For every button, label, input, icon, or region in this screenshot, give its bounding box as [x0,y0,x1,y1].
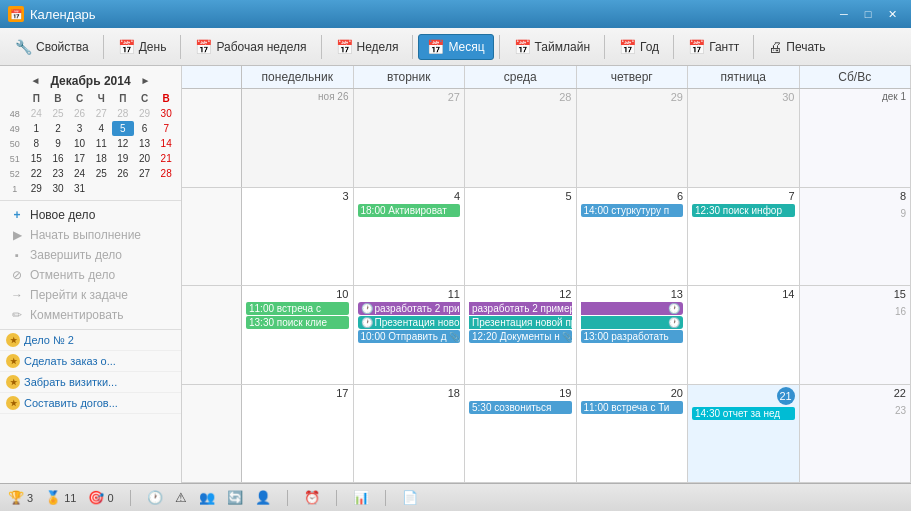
mini-cal-day[interactable]: 19 [112,151,134,166]
cal-day-cell[interactable]: 6 14:00 стуркутуру п [577,188,689,286]
cal-day-cell[interactable]: 17 [242,385,354,483]
mini-cal-day[interactable]: 22 [25,166,47,181]
new-task-action[interactable]: + Новое дело [6,205,175,225]
mini-cal-day[interactable]: 21 [155,151,177,166]
status-group[interactable]: 👥 [199,490,215,505]
mini-cal-day[interactable]: 29 [134,106,156,121]
mini-cal-day[interactable]: 9 [47,136,69,151]
mini-cal-day[interactable]: 10 [69,136,91,151]
event-bar[interactable]: 10:00 Отправить д 📎 [358,330,461,343]
cal-day-cell[interactable]: 20 11:00 встреча с Ти [577,385,689,483]
mini-cal-day[interactable]: 30 [47,181,69,196]
mini-cal-day[interactable]: 20 [134,151,156,166]
mini-cal-day[interactable]: 31 [69,181,91,196]
cal-day-cell[interactable]: 12 разработать 2 примера дизайна 🕐 Презе… [465,286,577,384]
next-month-button[interactable]: ► [137,73,155,88]
toolbar-gantt[interactable]: 📅 Гантт [679,34,748,60]
minimize-button[interactable]: ─ [833,4,855,24]
event-bar[interactable]: 11:00 встреча с Ти [581,401,684,414]
mini-cal-day[interactable]: 26 [112,166,134,181]
mini-cal-day[interactable] [155,181,177,196]
toolbar-properties[interactable]: 🔧 Свойства [6,34,98,60]
cal-day-cell[interactable]: 27 [354,89,466,187]
mini-cal-day[interactable]: 12 [112,136,134,151]
toolbar-month[interactable]: 📅 Месяц [418,34,493,60]
cal-day-cell[interactable]: 7 12:30 поиск инфор [688,188,800,286]
mini-cal-day[interactable]: 23 [47,166,69,181]
event-bar[interactable]: 13:00 разработать [581,330,684,343]
status-clock[interactable]: 🕐 [147,490,163,505]
status-doc[interactable]: 📄 [402,490,418,505]
list-item[interactable]: ★ Дело № 2 [0,330,181,351]
event-bar[interactable]: 5:30 созвониться [469,401,572,414]
cal-day-cell[interactable]: 30 [688,89,800,187]
event-bar[interactable]: 🕐Презентация новой продукции [358,316,461,329]
toolbar-work-week[interactable]: 📅 Рабочая неделя [186,34,315,60]
status-warning[interactable]: ⚠ [175,490,187,505]
prev-month-button[interactable]: ◄ [26,73,44,88]
toolbar-week[interactable]: 📅 Неделя [327,34,408,60]
mini-cal-day[interactable]: 28 [155,166,177,181]
toolbar-timeline[interactable]: 📅 Таймлайн [505,34,599,60]
status-grid[interactable]: 📊 [353,490,369,505]
mini-cal-day[interactable]: 18 [90,151,112,166]
list-item[interactable]: ★ Составить догов... [0,393,181,414]
event-bar[interactable]: 🕐 [581,316,684,329]
mini-cal-day[interactable] [112,181,134,196]
close-button[interactable]: ✕ [881,4,903,24]
event-bar[interactable]: Презентация новой продукции 🕐 [469,316,572,329]
cal-day-cell[interactable]: дек 1 [800,89,912,187]
event-bar[interactable]: 14:30 отчет за нед [692,407,795,420]
event-bar[interactable]: 12:20 Документы н 📎 [469,330,572,343]
status-sync[interactable]: 🔄 [227,490,243,505]
toolbar-print[interactable]: 🖨 Печать [759,34,834,60]
event-bar[interactable]: 12:30 поиск инфор [692,204,795,217]
mini-cal-day[interactable]: 26 [69,106,91,121]
cal-day-cell[interactable]: 5 [465,188,577,286]
mini-cal-day[interactable]: 24 [69,166,91,181]
mini-cal-day[interactable]: 24 [25,106,47,121]
mini-cal-day[interactable]: 30 [155,106,177,121]
event-bar[interactable]: 🕐 [581,302,684,315]
mini-cal-day[interactable]: 1 [25,121,47,136]
mini-cal-day[interactable]: 5 [112,121,134,136]
toolbar-year[interactable]: 📅 Год [610,34,668,60]
event-bar[interactable]: 18:00 Активироват [358,204,461,217]
mini-cal-day[interactable] [134,181,156,196]
mini-cal-day[interactable]: 16 [47,151,69,166]
cal-day-cell[interactable]: 13 🕐 🕐 13:00 разработать [577,286,689,384]
cal-day-today[interactable]: 21 14:30 отчет за нед [688,385,800,483]
mini-cal-day[interactable]: 11 [90,136,112,151]
cal-day-cell[interactable]: ноя 26 [242,89,354,187]
mini-cal-day[interactable]: 3 [69,121,91,136]
event-bar[interactable]: разработать 2 примера дизайна 🕐 [469,302,572,315]
mini-cal-day[interactable]: 27 [134,166,156,181]
cal-day-cell[interactable]: 4 18:00 Активироват [354,188,466,286]
cal-day-cell[interactable]: 28 [465,89,577,187]
status-user[interactable]: 👤 [255,490,271,505]
list-item[interactable]: ★ Сделать заказ о... [0,351,181,372]
mini-cal-day[interactable]: 25 [90,166,112,181]
list-item[interactable]: ★ Забрать визитки... [0,372,181,393]
task-list[interactable]: ★ Дело № 2 ★ Сделать заказ о... ★ Забрат… [0,329,181,483]
mini-cal-day[interactable]: 6 [134,121,156,136]
mini-cal-day[interactable]: 4 [90,121,112,136]
cal-day-cell[interactable]: 11 🕐разработать 2 примера дизайна 🕐Презе… [354,286,466,384]
event-bar[interactable]: 13:30 поиск клие [246,316,349,329]
mini-cal-day[interactable]: 7 [155,121,177,136]
mini-cal-day[interactable]: 2 [47,121,69,136]
mini-cal-day[interactable]: 28 [112,106,134,121]
mini-cal-day[interactable]: 29 [25,181,47,196]
event-bar[interactable]: 14:00 стуркутуру п [581,204,684,217]
cal-day-cell[interactable]: 8 9 [800,188,912,286]
mini-cal-day[interactable]: 8 [25,136,47,151]
cal-day-cell[interactable]: 10 11:00 встреча с 13:30 поиск клие [242,286,354,384]
mini-cal-day[interactable]: 13 [134,136,156,151]
cal-day-cell[interactable]: 22 23 [800,385,912,483]
mini-cal-day[interactable] [90,181,112,196]
cal-day-cell[interactable]: 19 5:30 созвониться [465,385,577,483]
mini-cal-day[interactable]: 25 [47,106,69,121]
cal-day-cell[interactable]: 15 16 [800,286,912,384]
event-bar[interactable]: 🕐разработать 2 примера дизайна [358,302,461,315]
event-bar[interactable]: 11:00 встреча с [246,302,349,315]
